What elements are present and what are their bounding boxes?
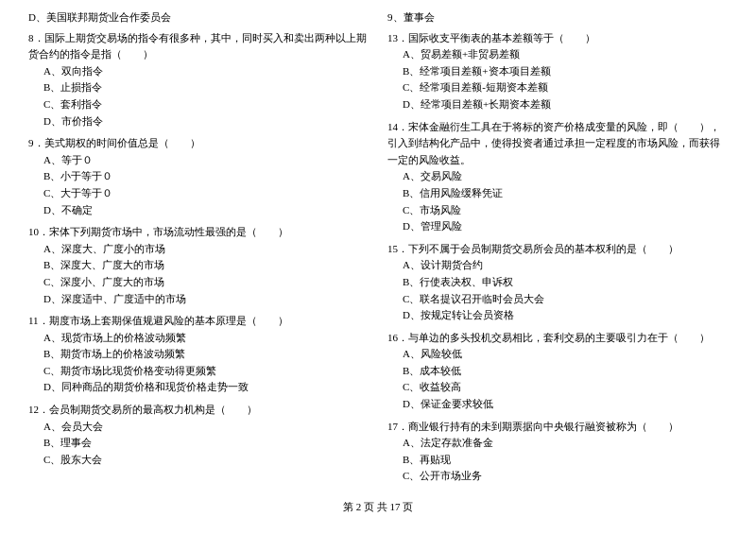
question-16-option-c: C、收益较高	[387, 379, 728, 396]
question-11-option-c: C、期货市场比现货价格变动得更频繁	[28, 363, 369, 380]
question-14-option-d: D、管理风险	[387, 218, 728, 235]
question-8-title: 8．国际上期货交易场的指令有很多种，其中，同时买入和卖出两种以上期货合约的指令是…	[28, 30, 369, 63]
question-14: 14．宋体金融衍生工具在于将标的资产价格成变量的风险，即（ ），引入到结构化产品…	[387, 119, 728, 235]
question-10-option-a: A、深度大、广度小的市场	[28, 241, 369, 258]
question-8-option-d: D、市价指令	[28, 113, 369, 130]
question-10-title: 10．宋体下列期货市场中，市场流动性最强的是（ ）	[28, 224, 369, 241]
question-9-option-a: A、等于０	[28, 152, 369, 169]
question-16: 16．与单边的多头投机交易相比，套利交易的主要吸引力在于（ ） A、风险较低 B…	[387, 330, 728, 413]
question-15-option-d: D、按规定转让会员资格	[387, 307, 728, 324]
question-17-title: 17．商业银行持有的未到期票据向中央银行融资被称为（ ）	[387, 419, 728, 436]
question-15-option-c: C、联名提议召开临时会员大会	[387, 291, 728, 308]
question-16-option-d: D、保证金要求较低	[387, 396, 728, 413]
question-13-option-a: A、贸易差额+非贸易差额	[387, 46, 728, 63]
question-10-option-d: D、深度适中、广度适中的市场	[28, 291, 369, 308]
question-10: 10．宋体下列期货市场中，市场流动性最强的是（ ） A、深度大、广度小的市场 B…	[28, 224, 369, 307]
question-14-title: 14．宋体金融衍生工具在于将标的资产价格成变量的风险，即（ ），引入到结构化产品…	[387, 119, 728, 169]
right-top-item-0: 9、董事会	[387, 9, 728, 26]
left-top-item-0: D、美国联邦期货业合作委员会	[28, 9, 369, 26]
question-17-option-b: B、再贴现	[387, 452, 728, 469]
right-column: 9、董事会 13．国际收支平衡表的基本差额等于（ ） A、贸易差额+非贸易差额 …	[378, 9, 728, 491]
question-9-option-c: C、大于等于０	[28, 185, 369, 202]
question-8-option-a: A、双向指令	[28, 63, 369, 80]
question-16-option-b: B、成本较低	[387, 363, 728, 380]
question-15-option-a: A、设计期货合约	[387, 257, 728, 274]
question-14-option-a: A、交易风险	[387, 168, 728, 185]
question-17-option-a: A、法定存款准备金	[387, 435, 728, 452]
page-number: 第 2 页 共 17 页	[343, 501, 413, 512]
question-11-option-b: B、期货市场上的价格波动频繁	[28, 346, 369, 363]
question-15-title: 15．下列不属于会员制期货交易所会员的基本权利的是（ ）	[387, 241, 728, 258]
question-13-option-c: C、经常项目差额-短期资本差额	[387, 79, 728, 96]
question-12-option-b: B、理事会	[28, 435, 369, 452]
question-11-option-a: A、现货市场上的价格波动频繁	[28, 330, 369, 347]
question-15: 15．下列不属于会员制期货交易所会员的基本权利的是（ ） A、设计期货合约 B、…	[387, 241, 728, 324]
left-column: D、美国联邦期货业合作委员会 8．国际上期货交易场的指令有很多种，其中，同时买入…	[28, 9, 378, 491]
question-14-option-c: C、市场风险	[387, 202, 728, 219]
question-11-title: 11．期度市场上套期保值规避风险的基本原理是（ ）	[28, 313, 369, 330]
question-10-option-c: C、深度小、广度大的市场	[28, 274, 369, 291]
question-8-option-c: C、套利指令	[28, 96, 369, 113]
question-13-title: 13．国际收支平衡表的基本差额等于（ ）	[387, 30, 728, 47]
question-16-title: 16．与单边的多头投机交易相比，套利交易的主要吸引力在于（ ）	[387, 330, 728, 347]
question-8-option-b: B、止损指令	[28, 79, 369, 96]
question-11: 11．期度市场上套期保值规避风险的基本原理是（ ） A、现货市场上的价格波动频繁…	[28, 313, 369, 396]
question-17: 17．商业银行持有的未到期票据向中央银行融资被称为（ ） A、法定存款准备金 B…	[387, 419, 728, 485]
page-container: D、美国联邦期货业合作委员会 8．国际上期货交易场的指令有很多种，其中，同时买入…	[28, 9, 728, 514]
question-9-option-b: B、小于等于０	[28, 168, 369, 185]
question-14-option-b: B、信用风险缓释凭证	[387, 185, 728, 202]
question-9-option-d: D、不确定	[28, 202, 369, 219]
main-content: D、美国联邦期货业合作委员会 8．国际上期货交易场的指令有很多种，其中，同时买入…	[28, 9, 728, 491]
question-17-option-c: C、公开市场业务	[387, 468, 728, 485]
question-9: 9．美式期权的时间价值总是（ ） A、等于０ B、小于等于０ C、大于等于０ D…	[28, 135, 369, 218]
question-9-title: 9．美式期权的时间价值总是（ ）	[28, 135, 369, 152]
question-13-option-b: B、经常项目差额+资本项目差额	[387, 63, 728, 80]
question-13: 13．国际收支平衡表的基本差额等于（ ） A、贸易差额+非贸易差额 B、经常项目…	[387, 30, 728, 113]
question-13-option-d: D、经常项目差额+长期资本差额	[387, 96, 728, 113]
question-12-option-a: A、会员大会	[28, 419, 369, 436]
question-11-option-d: D、同种商品的期货价格和现货价格走势一致	[28, 379, 369, 396]
page-footer: 第 2 页 共 17 页	[28, 500, 728, 514]
question-12: 12．会员制期货交易所的最高权力机构是（ ） A、会员大会 B、理事会 C、股东…	[28, 402, 369, 468]
question-10-option-b: B、深度大、广度大的市场	[28, 257, 369, 274]
question-12-title: 12．会员制期货交易所的最高权力机构是（ ）	[28, 402, 369, 419]
question-12-option-c: C、股东大会	[28, 452, 369, 469]
question-16-option-a: A、风险较低	[387, 346, 728, 363]
question-8: 8．国际上期货交易场的指令有很多种，其中，同时买入和卖出两种以上期货合约的指令是…	[28, 30, 369, 130]
question-15-option-b: B、行使表决权、申诉权	[387, 274, 728, 291]
